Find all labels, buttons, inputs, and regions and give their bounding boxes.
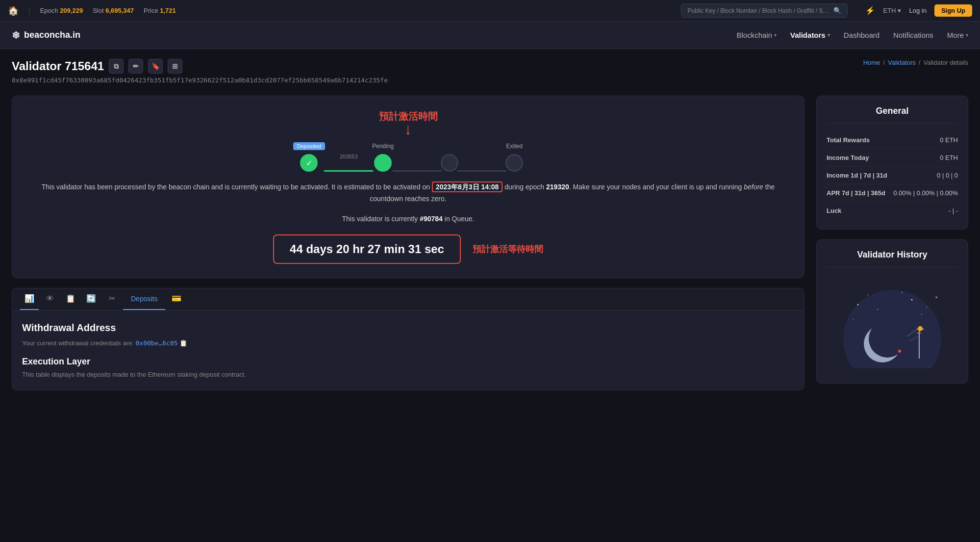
page-header-section: Validator 715641 ⧉ ✏ 🔖 ⊞ 0x8e991f1cd45f7… — [0, 49, 980, 84]
progress-steps: Deposited ✓ 203553 Pending — [28, 139, 788, 172]
red-arrow-down: ↓ — [28, 121, 788, 137]
general-row-income-periods: Income 1d | 7d | 31d 0 | 0 | 0 — [827, 167, 958, 184]
history-chart — [827, 275, 958, 373]
copy-button[interactable]: ⧉ — [109, 59, 124, 74]
breadcrumb-home[interactable]: Home — [863, 59, 880, 66]
eth-chevron: ▾ — [898, 7, 901, 14]
tab-icon-chart[interactable]: 📊 — [20, 288, 39, 310]
income-today-label: Income Today — [827, 154, 869, 161]
more-chevron: ▾ — [966, 32, 968, 38]
eth-selector[interactable]: ETH ▾ — [883, 7, 901, 14]
right-panel: General Total Rewards 0 ETH Income Today… — [816, 96, 968, 384]
step-exited: Exited — [505, 141, 523, 172]
income-today-value: 0 ETH — [940, 154, 958, 161]
lightning-icon: ⚡ — [865, 6, 875, 15]
svg-point-7 — [853, 319, 854, 320]
general-row-total-rewards: Total Rewards 0 ETH — [827, 131, 958, 149]
copy-address-icon[interactable]: 📋 — [179, 339, 187, 347]
home-icon[interactable]: 🏠 — [8, 5, 19, 16]
line3-wrapper — [458, 160, 505, 172]
tab-icon-eye[interactable]: 👁 — [41, 288, 59, 310]
step-pending: Pending — [372, 141, 394, 172]
cn-annotation-countdown: 預計激活等待時間 — [473, 243, 543, 255]
general-row-apr: APR 7d | 31d | 365d 0.00% | 0.00% | 0.00… — [827, 184, 958, 202]
tab-icon-scissors[interactable]: ✂ — [102, 288, 121, 310]
luck-label: Luck — [827, 207, 841, 214]
breadcrumb-validators[interactable]: Validators — [888, 59, 916, 66]
exited-circle — [505, 154, 523, 172]
svg-point-1 — [857, 304, 859, 306]
progress-line-2 — [393, 170, 442, 172]
nav-more[interactable]: More ▾ — [947, 31, 968, 39]
nav-dashboard[interactable]: Dashboard — [844, 31, 879, 39]
svg-point-16 — [898, 350, 901, 353]
tab-icon-card[interactable]: 💳 — [167, 288, 186, 310]
general-row-income-today: Income Today 0 ETH — [827, 149, 958, 167]
withdrawal-address[interactable]: 0x00be…6c05 — [135, 339, 177, 347]
luck-value: - | - — [949, 207, 958, 214]
validator-title-area: Validator 715641 ⧉ ✏ 🔖 ⊞ 0x8e991f1cd45f7… — [12, 59, 388, 84]
pending-circle — [374, 154, 392, 172]
countdown-box: 44 days 20 hr 27 min 31 sec — [273, 234, 461, 264]
svg-point-4 — [911, 299, 913, 301]
search-icon: 🔍 — [833, 7, 841, 14]
tabs-content: Withdrawal Address Your current withdraw… — [12, 310, 804, 390]
step-deposited: Deposited ✓ — [293, 141, 326, 172]
blockchain-chevron: ▾ — [774, 32, 777, 38]
validator-pubkey: 0x8e991f1cd45f76330093a685fd0426423fb351… — [12, 77, 388, 84]
execution-desc: This table displays the deposits made to… — [22, 371, 794, 378]
svg-point-5 — [926, 307, 927, 308]
total-rewards-label: Total Rewards — [827, 136, 870, 144]
step-4 — [441, 141, 458, 172]
breadcrumb-current: Validator details — [923, 59, 968, 66]
deposited-label: Deposited — [293, 142, 326, 150]
svg-point-2 — [867, 294, 868, 295]
queue-text: This validator is currently #90784 in Qu… — [28, 215, 788, 223]
bookmark-button[interactable]: 🔖 — [148, 59, 163, 74]
status-card: 預計激活時間 ↓ Deposited ✓ 203553 — [12, 96, 804, 278]
svg-point-8 — [902, 292, 903, 293]
nav-validators[interactable]: Validators ▾ — [790, 31, 830, 39]
line1-wrapper: 203553 — [325, 139, 372, 172]
svg-point-9 — [921, 314, 922, 315]
withdrawal-subtitle: Your current withdrawal credentials are:… — [22, 339, 794, 347]
nav-notifications[interactable]: Notifications — [893, 31, 933, 39]
tabs-section: 📊 👁 📋 🔄 ✂ Deposits 💳 Withdrawal Address … — [12, 288, 804, 390]
topbar-separator: | — [28, 7, 30, 15]
income-periods-value: 0 | 0 | 0 — [937, 172, 958, 179]
topbar: 🏠 | Epoch 209,229 Slot 6,695,347 Price 1… — [0, 0, 980, 22]
history-chart-svg — [829, 280, 956, 368]
left-content: 預計激活時間 ↓ Deposited ✓ 203553 — [12, 96, 804, 390]
login-link[interactable]: Log in — [909, 7, 926, 14]
grid-button[interactable]: ⊞ — [168, 59, 182, 74]
signup-button[interactable]: Sign Up — [934, 4, 972, 17]
tab-icon-list[interactable]: 📋 — [61, 288, 80, 310]
search-bar[interactable]: Public Key / Block Number / Block Hash /… — [681, 3, 848, 18]
main-nav: Blockchain ▾ Validators ▾ Dashboard Noti… — [736, 31, 968, 39]
general-row-luck: Luck - | - — [827, 202, 958, 219]
total-rewards-value: 0 ETH — [940, 136, 958, 144]
tab-icon-refresh[interactable]: 🔄 — [82, 288, 101, 310]
price-item: Price 1,721 — [144, 7, 176, 14]
breadcrumb: Home / Validators / Validator details — [863, 59, 968, 66]
edit-button[interactable]: ✏ — [128, 59, 143, 74]
brand[interactable]: ❄ beaconcha.in — [12, 29, 80, 41]
history-card: Validator History — [816, 239, 968, 384]
income-periods-label: Income 1d | 7d | 31d — [827, 172, 887, 179]
history-title: Validator History — [827, 250, 958, 267]
apr-label: APR 7d | 31d | 365d — [827, 189, 885, 197]
svg-point-3 — [877, 309, 878, 310]
deposited-circle: ✓ — [300, 154, 318, 172]
svg-point-15 — [918, 326, 923, 331]
tab-deposits[interactable]: Deposits — [123, 288, 165, 310]
line2-wrapper — [394, 160, 441, 172]
status-text: This validator has been processed by the… — [28, 181, 788, 205]
validators-chevron: ▾ — [828, 32, 830, 38]
nav-blockchain[interactable]: Blockchain ▾ — [736, 31, 777, 39]
tabs-bar: 📊 👁 📋 🔄 ✂ Deposits 💳 — [12, 288, 804, 310]
slot-item: Slot 6,695,347 — [93, 7, 134, 14]
progress-line-3 — [457, 170, 506, 172]
apr-value: 0.00% | 0.00% | 0.00% — [893, 189, 958, 197]
progress-line-1 — [324, 170, 373, 172]
step4-circle — [441, 154, 458, 172]
